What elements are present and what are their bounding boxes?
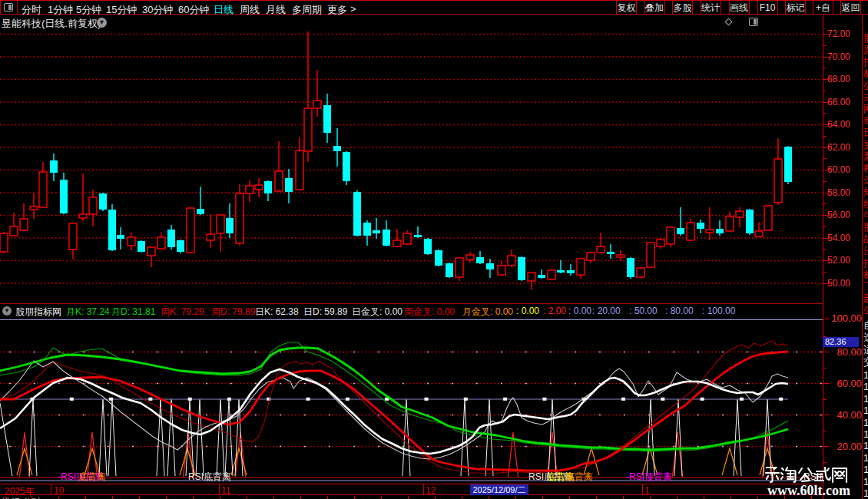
svg-text:底背离: 底背离 [78, 471, 106, 482]
svg-text:底背离: 底背离 [565, 471, 593, 482]
svg-text:RSI底背离: RSI底背离 [188, 471, 231, 482]
svg-text:-RSI顶背离: -RSI顶背离 [626, 471, 672, 482]
